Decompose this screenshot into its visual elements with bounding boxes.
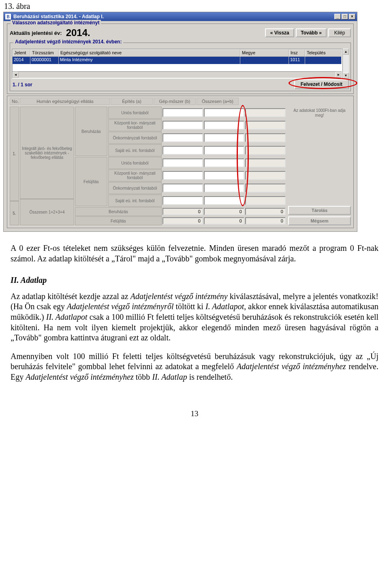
input-gep-f-unios[interactable] bbox=[204, 158, 244, 167]
tot-gep-b bbox=[204, 208, 244, 215]
scroll-right-icon[interactable]: ► bbox=[336, 72, 342, 78]
src-kozponti-2: Központi kor- mányzati forrásból bbox=[108, 169, 162, 182]
input-ossz-b-onk bbox=[245, 133, 286, 142]
cell-irsz: 1011 bbox=[289, 57, 305, 64]
data-entry-form: No. Humán egészségügyi ellátás Építés (a… bbox=[7, 96, 354, 228]
unit-note: Az adatokat 1000Ft-ban adja meg! bbox=[288, 107, 351, 120]
tot-epites-b bbox=[162, 208, 203, 215]
cell-jelent: 2014 bbox=[13, 57, 30, 64]
rownum-1: 1. bbox=[10, 107, 19, 201]
col-telepules[interactable]: Település bbox=[305, 49, 342, 57]
src-sajat-2: Saját eü. int. forrásból bbox=[108, 195, 162, 207]
cell-megye bbox=[240, 57, 289, 64]
cat-beruhazas: Beruházás bbox=[75, 107, 107, 156]
input-epites-f-unios[interactable] bbox=[162, 158, 203, 167]
input-epites-b-unios[interactable] bbox=[162, 108, 203, 117]
tot-gep-f bbox=[204, 217, 244, 225]
src-onk-1: Önkormányzati forrásból bbox=[108, 132, 162, 144]
table-row[interactable]: 2014 00000001 Minta Intézmény 1011 bbox=[13, 57, 342, 64]
col-nev[interactable]: Egészségügyi szolgáltató neve bbox=[59, 49, 240, 57]
input-epites-b-onk[interactable] bbox=[162, 133, 203, 142]
input-gep-b-unios[interactable] bbox=[204, 108, 244, 117]
select-provider-group: Válasszon adatszolgáltató intézményt Akt… bbox=[7, 24, 354, 94]
subgroup-legend: Adatjelentést végző intézmények 2014. év… bbox=[13, 39, 123, 45]
hdr-no: No. bbox=[10, 98, 19, 105]
cell-torzsszam: 00000001 bbox=[30, 57, 59, 64]
back-button[interactable]: « Vissza bbox=[265, 28, 294, 37]
scroll-left-icon[interactable]: ◄ bbox=[13, 72, 19, 78]
megsem-button[interactable]: Mégsem bbox=[288, 216, 351, 225]
group-legend: Válasszon adatszolgáltató intézményt bbox=[11, 20, 101, 26]
src-kozponti-1: Központi kor- mányzati forrásból bbox=[108, 119, 162, 131]
input-gep-f-kozp[interactable] bbox=[204, 171, 244, 180]
horizontal-scrollbar[interactable]: ◄ ► bbox=[13, 71, 342, 78]
input-gep-f-sajat[interactable] bbox=[204, 196, 244, 205]
input-ossz-f-kozp bbox=[245, 171, 286, 180]
tot-felujitas-label: Felújítás bbox=[75, 216, 162, 225]
input-ossz-f-onk bbox=[245, 184, 286, 192]
scroll-down-icon[interactable]: ▼ bbox=[343, 73, 349, 79]
input-epites-b-sajat[interactable] bbox=[162, 146, 203, 155]
col-irsz[interactable]: Irsz bbox=[289, 49, 305, 57]
tot-beruhazas-label: Beruházás bbox=[75, 207, 162, 216]
input-epites-b-kozp[interactable] bbox=[162, 121, 203, 130]
col-jelent[interactable]: Jelent bbox=[13, 49, 30, 57]
paragraph-2: Az adatlap kitöltését kezdje azzal az Ad… bbox=[11, 291, 378, 343]
scroll-up-icon[interactable]: ▲ bbox=[343, 49, 349, 55]
paragraph-3: Amennyiben volt 100 millió Ft feletti te… bbox=[11, 351, 378, 383]
tot-ossz-b bbox=[245, 208, 286, 215]
providers-table: Jelent Törzsszám Egészségügyi szolgáltat… bbox=[12, 49, 342, 79]
input-gep-f-onk[interactable] bbox=[204, 184, 244, 192]
rownum-5: 5. bbox=[10, 201, 19, 225]
input-epites-f-sajat[interactable] bbox=[162, 196, 203, 205]
cell-nev: Minta Intézmény bbox=[59, 57, 240, 64]
col-megye[interactable]: Megye bbox=[240, 49, 289, 57]
src-onk-2: Önkormányzati forrásból bbox=[108, 182, 162, 194]
close-button[interactable]: × bbox=[349, 14, 355, 19]
ellatastext: Integrált járó- és fekvőbeteg szakellátó… bbox=[20, 107, 74, 199]
vertical-scrollbar[interactable]: ▲ ▼ bbox=[342, 49, 349, 79]
hdr-ellatas: Humán egészségügyi ellátás bbox=[20, 98, 110, 105]
app-window: B Beruházási statisztika 2014. - Adatlap… bbox=[3, 12, 357, 232]
input-ossz-b-sajat bbox=[245, 146, 286, 155]
hdr-ossz: Összesen (a+b) bbox=[197, 98, 239, 105]
minimize-button[interactable]: _ bbox=[334, 14, 341, 19]
cell-telepules bbox=[305, 57, 342, 64]
table-header-row: Jelent Törzsszám Egészségügyi szolgáltat… bbox=[13, 49, 342, 57]
row-count: 1. / 1 sor bbox=[12, 80, 33, 88]
next-button[interactable]: Tovább » bbox=[296, 28, 327, 37]
app-icon: B bbox=[5, 14, 11, 19]
tot-epites-f bbox=[162, 217, 203, 225]
exit-button[interactable]: Kilép bbox=[328, 28, 351, 37]
input-ossz-f-unios bbox=[245, 158, 286, 167]
input-epites-f-kozp[interactable] bbox=[162, 171, 203, 180]
col-torzsszam[interactable]: Törzsszám bbox=[30, 49, 59, 57]
year-label: Aktuális jelentési év: bbox=[10, 30, 62, 36]
year-value: 2014. bbox=[66, 27, 90, 38]
input-gep-b-onk[interactable] bbox=[204, 133, 244, 142]
maximize-button[interactable]: □ bbox=[342, 14, 348, 19]
src-unios-1: Uniós forrásból bbox=[108, 107, 162, 119]
input-ossz-b-kozp bbox=[245, 121, 286, 130]
input-ossz-f-sajat bbox=[245, 196, 286, 205]
hdr-epites: Építés (a) bbox=[111, 98, 153, 105]
section-heading: II. Adatlap bbox=[11, 275, 378, 286]
paragraph-1: A 0 ezer Ft-os tételeket nem szükséges k… bbox=[11, 243, 378, 264]
input-epites-f-onk[interactable] bbox=[162, 184, 203, 192]
osszesen-label: Összesen 1+2+3+4 bbox=[20, 199, 74, 225]
src-unios-2: Uniós forrásból bbox=[108, 157, 162, 169]
input-ossz-b-unios bbox=[245, 108, 286, 117]
tarolas-button[interactable]: Tárolás bbox=[288, 206, 351, 215]
figure-caption: 13. ábra bbox=[3, 0, 386, 12]
tot-ossz-f bbox=[245, 217, 286, 225]
cat-felujitas: Felújítás bbox=[75, 157, 107, 206]
input-gep-b-kozp[interactable] bbox=[204, 121, 244, 130]
src-sajat-1: Saját eü. int. forrásból bbox=[108, 144, 162, 156]
providers-subgroup: Adatjelentést végző intézmények 2014. év… bbox=[10, 43, 351, 91]
input-gep-b-sajat[interactable] bbox=[204, 146, 244, 155]
window-title: Beruházási statisztika 2014. - Adatlap I… bbox=[13, 14, 104, 19]
hdr-gep: Gép-műszer (b) bbox=[154, 98, 196, 105]
page-number: 13 bbox=[3, 391, 386, 418]
felvezet-modosit-button[interactable]: Felvezet / Módosít bbox=[294, 79, 349, 89]
document-text: A 0 ezer Ft-os tételeket nem szükséges k… bbox=[3, 232, 386, 383]
